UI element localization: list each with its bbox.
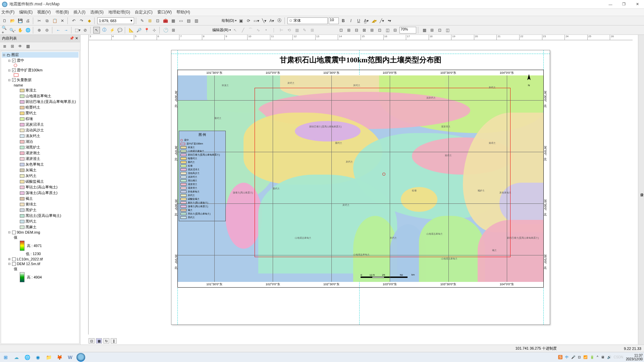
bold-icon[interactable]: B (340, 17, 346, 24)
task-arcmap-icon[interactable] (76, 353, 85, 362)
layout-3-icon[interactable]: ⊡ (436, 27, 443, 34)
find-icon[interactable]: 🔎 (136, 27, 142, 34)
next-extent-icon[interactable]: → (63, 27, 69, 34)
toc-drawing-order-icon[interactable]: ≣ (1, 43, 8, 50)
tray-bt-icon[interactable]: ⊡ (578, 355, 581, 359)
soil-item[interactable]: 黑钙土 (2, 219, 78, 224)
delete-icon[interactable]: ✕ (59, 17, 66, 24)
soil-item[interactable]: 黑毡土(亚高山草甸土) (2, 213, 78, 219)
prev-extent-icon[interactable]: ← (55, 27, 62, 34)
marker-color-icon[interactable]: •▾ (386, 17, 393, 24)
scale-input[interactable]: 1:879, 683▾ (97, 17, 134, 24)
draw-label[interactable]: 绘制(D) (222, 18, 234, 23)
menu-bookmarks[interactable]: 书签(B) (55, 9, 69, 15)
soil-item[interactable]: 黄绵土 (2, 201, 78, 207)
task-explorer-icon[interactable]: 📁 (44, 353, 53, 362)
soil-item[interactable]: 黑炉土 (2, 207, 78, 213)
html-popup-icon[interactable]: 💬 (116, 27, 123, 34)
georef-6-icon[interactable]: ⊡ (376, 27, 383, 34)
cut-icon[interactable]: ✂ (36, 17, 43, 24)
close-button[interactable]: ✕ (633, 1, 642, 8)
menu-select[interactable]: 选择(S) (90, 9, 104, 15)
ed-sketch-icon[interactable]: ✎ (301, 27, 308, 34)
layer-zhenzhong[interactable]: ⊟✓震中 (2, 58, 78, 63)
soil-item[interactable]: 灰钙土 (2, 173, 78, 179)
ed-split-icon[interactable]: ⊢ (278, 27, 285, 34)
ed-vertex-icon[interactable]: ⋮ (270, 27, 277, 34)
toc-source-icon[interactable]: ⊞ (9, 43, 16, 50)
pointer-icon[interactable]: ↖ (93, 27, 100, 34)
georef-7-icon[interactable]: ◫ (384, 27, 391, 34)
zoom-in-icon[interactable]: 🔍+ (1, 27, 8, 34)
soil-item[interactable]: 草毡土(高山草甸土) (2, 184, 78, 190)
redo-icon[interactable]: ↷ (78, 17, 85, 24)
soil-item[interactable]: 湖黑炉土 (2, 144, 78, 150)
fill-color-icon[interactable]: ◢▾ (371, 17, 377, 24)
zoom-out-icon[interactable]: 🔍- (9, 27, 16, 34)
modelbuilder-icon[interactable]: ▭ (177, 17, 184, 24)
rotate-icon[interactable]: ⟳ (245, 17, 252, 24)
georef-8-icon[interactable]: ⊟ (392, 27, 398, 34)
font-color-icon[interactable]: A̲▾ (363, 17, 370, 24)
ed-attr-icon[interactable]: ▦ (293, 27, 300, 34)
arctoolbox-icon[interactable]: 🧰 (162, 17, 169, 24)
tray-net-icon[interactable]: 🖥 (601, 355, 604, 359)
undo-icon[interactable]: ↶ (70, 17, 77, 24)
georef-2-icon[interactable]: ⊞ (345, 27, 352, 34)
ed-pointer-icon[interactable]: ↖ (232, 27, 238, 34)
tb-misc1[interactable]: ▤ (185, 17, 192, 24)
add-data-icon[interactable]: ◆ (86, 17, 93, 24)
pause-icon[interactable]: ‖ (111, 338, 117, 344)
pan-icon[interactable]: ✋ (17, 27, 23, 34)
tray-time[interactable]: 11:37 (626, 354, 643, 357)
measure-icon[interactable]: 📐 (128, 27, 135, 34)
fixed-zoom-out-icon[interactable]: ⊖ (44, 27, 50, 34)
soil-item[interactable]: 黑麻土 (2, 224, 78, 230)
select-element-icon[interactable]: ▣ (237, 17, 244, 24)
catalog-tab[interactable]: 目录 (638, 35, 644, 345)
georef-1-icon[interactable]: ⊡ (338, 27, 344, 34)
tb-misc2[interactable]: ▥ (193, 17, 200, 24)
layer-lc10[interactable]: ⊞LC10m_2022.tif (2, 257, 78, 261)
soil-item[interactable]: 灰色草甸土 (2, 162, 78, 167)
map-view[interactable]: 3456789101112131415161718192021222324252… (80, 35, 638, 345)
percent-input[interactable]: 70% (399, 27, 416, 34)
refresh-icon[interactable]: ↻ (103, 338, 109, 344)
soil-item[interactable]: 灌淤澄土 (2, 156, 78, 162)
georef-5-icon[interactable]: ⊞ (369, 27, 375, 34)
task-chrome-icon[interactable]: 🌐 (23, 353, 32, 362)
toc-close-icon[interactable]: ✕ (75, 36, 78, 40)
text-edit-icon[interactable]: Ⓐ (276, 17, 283, 24)
tray-lang-icon[interactable]: 中 (565, 355, 569, 360)
soil-item[interactable]: 流动风沙土 (2, 127, 78, 133)
ed-trace-icon[interactable]: ∿ (255, 27, 262, 34)
open-icon[interactable]: 📂 (9, 17, 16, 24)
menu-view[interactable]: 视图(V) (37, 9, 51, 15)
soil-item[interactable]: 湖泊 (2, 139, 78, 144)
menu-file[interactable]: 文件(F) (1, 9, 14, 15)
symbol-zhenzhong[interactable] (2, 63, 78, 67)
layer-zhenzhong100[interactable]: ⊟✓震中扩震100km (2, 67, 78, 73)
start-icon[interactable]: ⊞ (1, 353, 10, 362)
soil-item[interactable]: 栗钙土 (2, 110, 78, 116)
tray-date[interactable]: 2023/12/30 (626, 357, 643, 361)
rect-dropdown-icon[interactable]: ▭▾ (253, 17, 260, 24)
line-color-icon[interactable]: ╱▾ (378, 17, 385, 24)
soil-item[interactable]: 斑毡巴壤土(亚高山草甸草原土) (2, 99, 78, 105)
soil-item[interactable]: 寒漠土 (2, 87, 78, 93)
select-features-icon[interactable]: ⬚▾ (74, 27, 81, 34)
task-edge-icon[interactable]: ◉ (34, 353, 42, 362)
tray-ime-icon[interactable]: S (558, 355, 562, 359)
font-size-input[interactable]: 10 (329, 17, 339, 24)
ed-point-icon[interactable]: • (263, 27, 269, 34)
data-view-tab[interactable]: ⊡ (89, 338, 95, 344)
layout-view-tab[interactable]: ▦ (96, 338, 102, 344)
identify-icon[interactable]: ⓘ (101, 27, 108, 34)
legend-box[interactable]: 图 例 震中震中扩震100km寒漠土山地灌丛草甸土斑毡巴壤土(亚高山草甸草原土)… (179, 131, 226, 221)
catalog-icon[interactable]: ⊞ (147, 17, 153, 24)
search-icon[interactable]: ⊡ (154, 17, 161, 24)
toc-selection-icon[interactable]: ▦ (24, 43, 31, 50)
line-dropdown-icon[interactable]: ╲▾ (261, 17, 267, 24)
tree-root[interactable]: ⊟🗀图层 (2, 52, 78, 58)
georef-4-icon[interactable]: ⊠ (361, 27, 368, 34)
